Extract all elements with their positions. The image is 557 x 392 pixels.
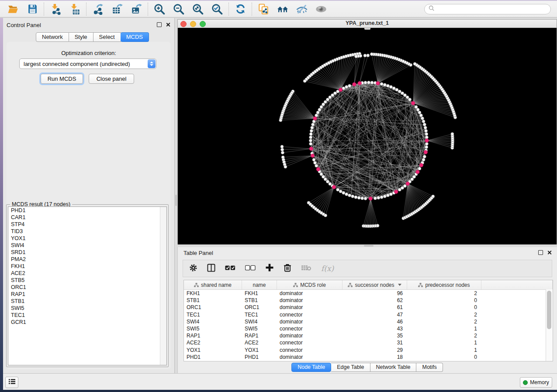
table-row[interactable]: SWI4SWI4dominator462	[184, 318, 553, 325]
list-item[interactable]: STP4	[8, 221, 166, 228]
table-cell: connector	[277, 347, 343, 353]
save-icon[interactable]	[26, 3, 38, 15]
eye-icon[interactable]	[315, 3, 327, 15]
network-canvas-container[interactable]	[178, 28, 557, 244]
import-network-icon[interactable]	[49, 3, 62, 15]
tab-select[interactable]: Select	[93, 32, 121, 42]
list-item[interactable]: SRD1	[8, 249, 166, 256]
copy-network-icon[interactable]	[257, 3, 270, 15]
column-header[interactable]: predecessor nodes	[407, 280, 481, 289]
tab-motifs[interactable]: Motifs	[416, 363, 443, 372]
task-history-button[interactable]	[5, 377, 18, 388]
list-item[interactable]: TID3	[8, 228, 166, 235]
table-cell: FKH1	[242, 290, 277, 296]
scrollbar-thumb[interactable]	[547, 291, 551, 329]
column-header-label: shared name	[201, 282, 232, 288]
network-window-titlebar[interactable]: YPA_prune.txt_1	[178, 20, 557, 28]
table-cell: dominator	[277, 333, 343, 339]
splitter-grip[interactable]	[364, 245, 374, 247]
canvas-splitter-grip[interactable]	[364, 28, 370, 30]
table-cell: 0	[407, 354, 481, 360]
tab-network[interactable]: Network	[36, 32, 69, 42]
task-list-icon	[8, 378, 16, 386]
table-cell: dominator	[277, 354, 343, 360]
result-list-scrollbar[interactable]	[160, 207, 166, 365]
tab-edge-table[interactable]: Edge Table	[331, 363, 370, 372]
add-icon[interactable]	[265, 263, 274, 274]
float-icon[interactable]	[157, 22, 162, 27]
list-item[interactable]: ACE2	[8, 270, 166, 277]
list-item[interactable]: YOX1	[8, 235, 166, 242]
search-input[interactable]	[437, 6, 547, 13]
list-item[interactable]: SWI5	[8, 305, 166, 312]
list-item[interactable]: STB5	[8, 277, 166, 284]
table-row[interactable]: PHD1PHD1dominator180	[184, 354, 553, 361]
float-icon[interactable]	[538, 250, 543, 255]
table-settings-icon[interactable]	[189, 264, 197, 274]
table-cell: STB1	[242, 297, 277, 303]
close-panel-button[interactable]: Close panel	[89, 74, 134, 84]
table-cell: connector	[277, 340, 343, 346]
column-header[interactable]: MCDS role	[277, 280, 343, 289]
table-cell: 18	[343, 354, 407, 360]
column-header[interactable]: name	[242, 280, 277, 289]
table-row[interactable]: ORC1ORC1dominator610	[184, 304, 553, 311]
mcds-result-items: PHD1CAR1STP4TID3YOX1SWI4SRD1PMA2FKH1ACE2…	[8, 207, 166, 326]
table-cell: dominator	[277, 319, 343, 325]
zoom-selected-icon[interactable]	[211, 3, 223, 15]
table-row[interactable]: ACE2ACE2connector311	[184, 339, 553, 346]
list-item[interactable]: SWI4	[8, 242, 166, 249]
list-item[interactable]: GCR1	[8, 319, 166, 326]
refresh-icon[interactable]	[234, 3, 246, 15]
table-row[interactable]: FKH1FKH1dominator962	[184, 290, 553, 297]
column-header[interactable]: shared name	[184, 280, 242, 289]
list-item[interactable]: RAP1	[8, 291, 166, 298]
open-folder-icon[interactable]	[7, 3, 19, 15]
node-table[interactable]: shared namenameMCDS rolesuccessor nodesp…	[183, 280, 553, 361]
table-row[interactable]: RAP1RAP1dominator352	[184, 332, 553, 339]
column-header[interactable]: successor nodes	[343, 280, 407, 289]
optimization-criterion-label: Optimization criterion:	[3, 50, 174, 56]
list-item[interactable]: PHD1	[8, 207, 166, 214]
run-mcds-button[interactable]: Run MCDS	[41, 74, 83, 84]
houses-icon[interactable]	[277, 3, 289, 15]
tab-style[interactable]: Style	[69, 32, 93, 42]
mcds-result-list[interactable]: PHD1CAR1STP4TID3YOX1SWI4SRD1PMA2FKH1ACE2…	[8, 206, 167, 365]
search-field[interactable]	[424, 4, 551, 14]
table-row[interactable]: STB1STB1dominator620	[184, 297, 553, 304]
table-row[interactable]: SWI5SWI5connector431	[184, 325, 553, 332]
tab-node-table[interactable]: Node Table	[291, 363, 331, 372]
list-item[interactable]: TEC1	[8, 312, 166, 319]
list-item[interactable]: FKH1	[8, 263, 166, 270]
tab-mcds[interactable]: MCDS	[121, 32, 149, 42]
list-item[interactable]: ORC1	[8, 284, 166, 291]
column-header-label: name	[253, 282, 266, 288]
panel-layout-icon[interactable]	[207, 264, 215, 274]
deselect-all-icon[interactable]	[245, 265, 256, 272]
export-table-icon[interactable]	[111, 3, 123, 15]
eye-slash-icon[interactable]	[296, 3, 308, 15]
memory-button[interactable]: Memory	[520, 377, 552, 388]
splitter-grip[interactable]	[175, 195, 177, 206]
network-canvas[interactable]	[178, 28, 557, 244]
export-image-icon[interactable]	[130, 3, 142, 15]
select-all-icon[interactable]	[225, 265, 235, 272]
table-row[interactable]: YOX1YOX1connector291	[184, 347, 553, 354]
zoom-in-icon[interactable]	[153, 3, 166, 15]
import-table-icon[interactable]	[69, 3, 81, 15]
list-item[interactable]: CAR1	[8, 214, 166, 221]
table-row[interactable]: TEC1TEC1connector472	[184, 311, 553, 318]
close-icon[interactable]	[166, 22, 170, 27]
table-cell: ACE2	[242, 340, 277, 346]
list-item[interactable]: PMA2	[8, 256, 166, 263]
tab-network-table[interactable]: Network Table	[370, 363, 417, 372]
list-item[interactable]: STB1	[8, 298, 166, 305]
zoom-fit-icon[interactable]	[192, 3, 204, 15]
export-network-icon[interactable]	[92, 3, 104, 15]
column-type-icon	[194, 283, 199, 287]
close-icon[interactable]	[547, 250, 552, 255]
table-scrollbar[interactable]	[546, 289, 553, 361]
optimization-criterion-select[interactable]: largest connected component (undirected)	[19, 58, 156, 69]
delete-icon[interactable]	[284, 263, 291, 274]
zoom-out-icon[interactable]	[173, 3, 185, 15]
